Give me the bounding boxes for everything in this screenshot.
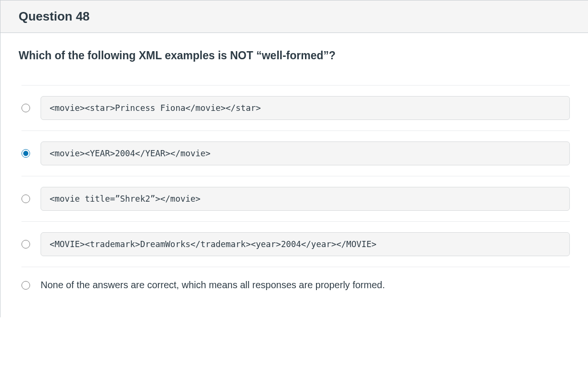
answer-option[interactable]: <MOVIE><trademark>DreamWorks</trademark>… [21, 221, 570, 267]
question-text: Which of the following XML examples is N… [19, 49, 570, 62]
radio-wrap [21, 240, 30, 249]
answer-code: <movie><star>Princess Fiona</movie></sta… [41, 96, 570, 120]
answer-option[interactable]: <movie><YEAR>2004</YEAR></movie> [21, 130, 570, 176]
answer-radio[interactable] [21, 281, 30, 290]
answer-option[interactable]: <movie><star>Princess Fiona</movie></sta… [21, 85, 570, 130]
answer-code: <MOVIE><trademark>DreamWorks</trademark>… [41, 232, 570, 256]
question-body: Which of the following XML examples is N… [0, 33, 588, 317]
radio-wrap [21, 195, 30, 203]
answer-code: <movie title=”Shrek2”></movie> [41, 187, 570, 211]
question-title: Question 48 [19, 9, 570, 24]
answer-radio[interactable] [21, 195, 30, 203]
question-header: Question 48 [0, 0, 588, 33]
answer-text: None of the answers are correct, which m… [41, 278, 570, 292]
answer-option[interactable]: <movie title=”Shrek2”></movie> [21, 176, 570, 221]
radio-wrap [21, 104, 30, 112]
question-container: Question 48 Which of the following XML e… [0, 0, 588, 317]
radio-wrap [21, 149, 30, 158]
radio-wrap [21, 281, 30, 290]
answers-list: <movie><star>Princess Fiona</movie></sta… [21, 85, 570, 303]
answer-code: <movie><YEAR>2004</YEAR></movie> [41, 141, 570, 165]
answer-radio[interactable] [21, 149, 30, 158]
answer-radio[interactable] [21, 104, 30, 112]
answer-option[interactable]: None of the answers are correct, which m… [21, 267, 570, 303]
answer-radio[interactable] [21, 240, 30, 249]
